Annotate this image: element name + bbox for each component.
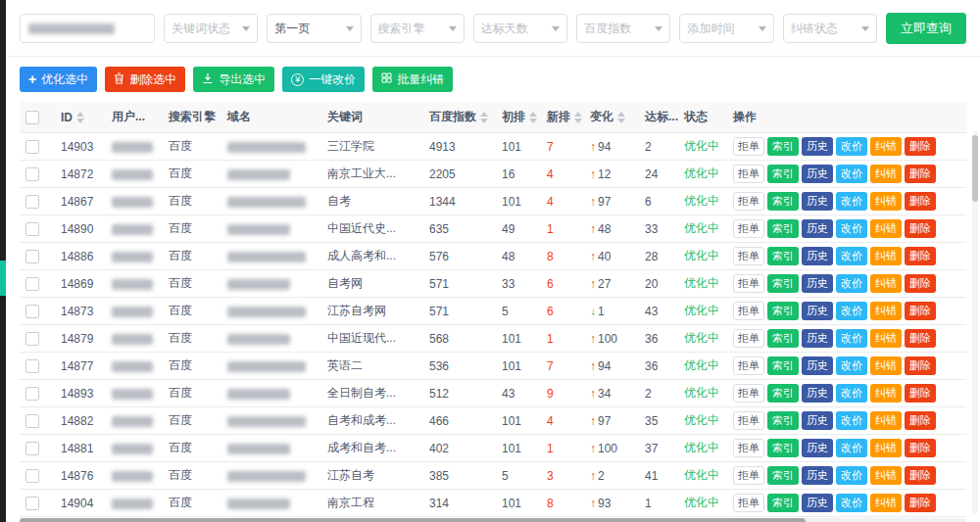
correct-error-button[interactable]: 纠错 xyxy=(870,302,902,320)
index-button[interactable]: 索引 xyxy=(767,494,799,512)
sort-carets-icon[interactable] xyxy=(529,112,537,123)
delete-button[interactable]: 删除 xyxy=(905,411,936,430)
row-checkbox[interactable] xyxy=(25,222,39,236)
change-price-button[interactable]: 改价 xyxy=(836,165,867,183)
delete-button[interactable]: 删除 xyxy=(905,247,936,265)
correct-error-button[interactable]: 纠错 xyxy=(870,494,902,512)
correct-error-button[interactable]: 纠错 xyxy=(870,247,902,265)
col-header-days[interactable]: 达标... xyxy=(639,102,678,133)
index-button[interactable]: 索引 xyxy=(767,165,799,183)
reject-order-button[interactable]: 拒单 xyxy=(733,192,764,211)
history-button[interactable]: 历史 xyxy=(802,247,833,265)
reject-order-button[interactable]: 拒单 xyxy=(733,356,764,375)
filter-dropdown-3[interactable]: 搜索引擎 xyxy=(370,14,465,43)
delete-button[interactable]: 删除 xyxy=(905,384,936,403)
index-button[interactable]: 索引 xyxy=(767,192,799,211)
change-price-button[interactable]: 改价 xyxy=(836,439,867,457)
change-price-button[interactable]: ¥ 一键改价 xyxy=(282,67,365,92)
index-button[interactable]: 索引 xyxy=(767,439,799,457)
delete-button[interactable]: 删除 xyxy=(905,466,936,485)
index-button[interactable]: 索引 xyxy=(767,302,799,320)
change-price-button[interactable]: 改价 xyxy=(836,137,867,156)
correct-error-button[interactable]: 纠错 xyxy=(870,356,902,375)
history-button[interactable]: 历史 xyxy=(802,137,833,156)
delete-button[interactable]: 删除 xyxy=(905,137,936,156)
sort-carets-icon[interactable] xyxy=(617,112,625,123)
batch-correct-button[interactable]: 批量纠错 xyxy=(372,67,453,92)
correct-error-button[interactable]: 纠错 xyxy=(870,411,902,430)
reject-order-button[interactable]: 拒单 xyxy=(733,137,764,156)
change-price-button[interactable]: 改价 xyxy=(836,329,867,348)
filter-dropdown-1[interactable]: 关键词状态 xyxy=(164,14,258,43)
query-button[interactable]: 立即查询 xyxy=(886,13,966,44)
row-checkbox[interactable] xyxy=(25,140,39,154)
reject-order-button[interactable]: 拒单 xyxy=(733,219,764,238)
change-price-button[interactable]: 改价 xyxy=(836,384,867,403)
row-checkbox[interactable] xyxy=(25,442,39,455)
correct-error-button[interactable]: 纠错 xyxy=(870,192,902,211)
history-button[interactable]: 历史 xyxy=(802,165,833,183)
keyword-search-input[interactable] xyxy=(20,14,155,43)
sort-carets-icon[interactable] xyxy=(76,112,84,123)
reject-order-button[interactable]: 拒单 xyxy=(733,274,764,293)
change-price-button[interactable]: 改价 xyxy=(836,302,867,320)
change-price-button[interactable]: 改价 xyxy=(836,494,867,512)
history-button[interactable]: 历史 xyxy=(802,439,833,457)
correct-error-button[interactable]: 纠错 xyxy=(870,329,902,348)
reject-order-button[interactable]: 拒单 xyxy=(733,466,764,485)
history-button[interactable]: 历史 xyxy=(802,411,833,430)
col-header-initial-rank[interactable]: 初排 xyxy=(496,102,541,133)
change-price-button[interactable]: 改价 xyxy=(836,274,867,293)
sort-carets-icon[interactable] xyxy=(574,112,582,123)
index-button[interactable]: 索引 xyxy=(767,247,799,265)
vertical-scrollbar[interactable] xyxy=(972,131,978,514)
correct-error-button[interactable]: 纠错 xyxy=(870,137,902,156)
row-checkbox[interactable] xyxy=(25,387,39,401)
row-checkbox[interactable] xyxy=(25,332,39,346)
index-button[interactable]: 索引 xyxy=(767,137,799,156)
reject-order-button[interactable]: 拒单 xyxy=(733,247,764,265)
history-button[interactable]: 历史 xyxy=(802,384,833,403)
correct-error-button[interactable]: 纠错 xyxy=(870,165,902,183)
history-button[interactable]: 历史 xyxy=(802,356,833,375)
history-button[interactable]: 历史 xyxy=(802,466,833,485)
correct-error-button[interactable]: 纠错 xyxy=(870,219,902,238)
correct-error-button[interactable]: 纠错 xyxy=(870,439,902,457)
filter-dropdown-2[interactable]: 第一页 xyxy=(267,14,361,43)
change-price-button[interactable]: 改价 xyxy=(836,466,867,485)
history-button[interactable]: 历史 xyxy=(802,329,833,348)
reject-order-button[interactable]: 拒单 xyxy=(733,302,764,320)
col-header-new-rank[interactable]: 新排 xyxy=(541,102,584,133)
delete-button[interactable]: 删除 xyxy=(905,356,936,375)
select-all-checkbox[interactable] xyxy=(25,111,39,124)
index-button[interactable]: 索引 xyxy=(767,411,799,430)
change-price-button[interactable]: 改价 xyxy=(836,219,867,238)
delete-selected-button[interactable]: 删除选中 xyxy=(105,67,185,92)
row-checkbox[interactable] xyxy=(25,414,39,428)
index-button[interactable]: 索引 xyxy=(767,329,799,348)
row-checkbox[interactable] xyxy=(25,359,39,373)
history-button[interactable]: 历史 xyxy=(802,274,833,293)
history-button[interactable]: 历史 xyxy=(802,494,833,512)
col-header-id[interactable]: ID xyxy=(55,102,106,133)
horizontal-scrollbar-thumb[interactable] xyxy=(20,518,806,522)
row-checkbox[interactable] xyxy=(25,195,39,209)
index-button[interactable]: 索引 xyxy=(767,384,799,403)
horizontal-scrollbar[interactable] xyxy=(20,518,966,522)
correct-error-button[interactable]: 纠错 xyxy=(870,466,902,485)
change-price-button[interactable]: 改价 xyxy=(836,356,867,375)
sort-carets-icon[interactable] xyxy=(480,112,488,123)
index-button[interactable]: 索引 xyxy=(767,219,799,238)
col-header-baidu-index[interactable]: 百度指数 xyxy=(423,102,496,133)
index-button[interactable]: 索引 xyxy=(767,356,799,375)
history-button[interactable]: 历史 xyxy=(802,302,833,320)
delete-button[interactable]: 删除 xyxy=(905,329,936,348)
row-checkbox[interactable] xyxy=(25,167,39,181)
col-header-change[interactable]: 变化 xyxy=(584,102,639,133)
reject-order-button[interactable]: 拒单 xyxy=(733,439,764,457)
delete-button[interactable]: 删除 xyxy=(905,439,936,457)
change-price-button[interactable]: 改价 xyxy=(836,192,867,211)
row-checkbox[interactable] xyxy=(25,497,39,510)
reject-order-button[interactable]: 拒单 xyxy=(733,384,764,403)
delete-button[interactable]: 删除 xyxy=(905,192,936,211)
